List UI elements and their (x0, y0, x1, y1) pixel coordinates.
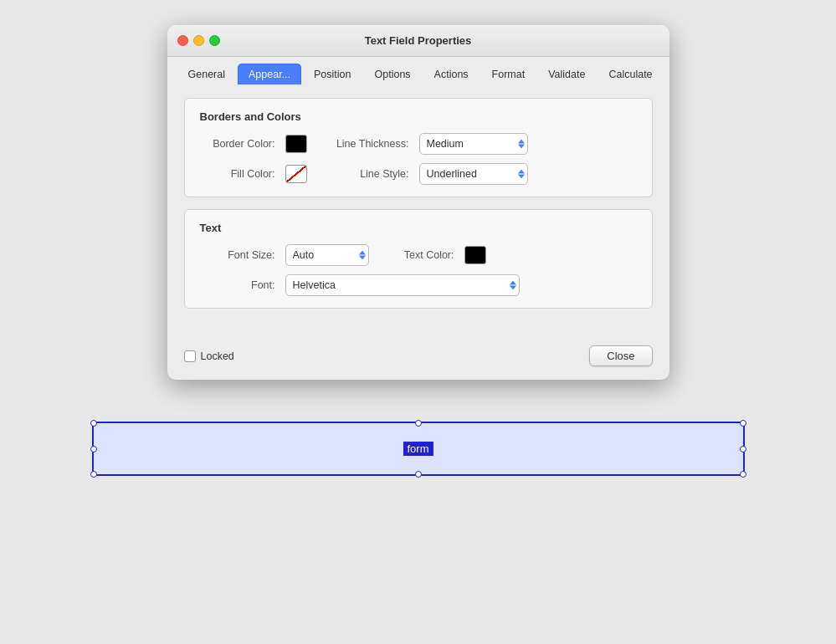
handle-top-center[interactable] (415, 420, 422, 427)
font-size-label: Font Size: (200, 249, 275, 261)
border-color-swatch[interactable] (285, 135, 307, 153)
font-size-wrapper: Auto 6 8 10 12 14 18 24 (285, 244, 369, 266)
form-text-field[interactable]: form (92, 422, 745, 476)
line-thickness-select[interactable]: Thin Medium Thick (419, 133, 528, 155)
handle-bottom-right[interactable] (740, 471, 746, 478)
tab-bar: General Appear... Position Options Actio… (167, 57, 669, 84)
title-bar: Text Field Properties (167, 25, 669, 57)
font-size-select[interactable]: Auto 6 8 10 12 14 18 24 (285, 244, 369, 266)
window-title: Text Field Properties (365, 34, 472, 47)
text-section-title: Text (200, 222, 637, 234)
tab-calculate[interactable]: Calculate (598, 64, 663, 84)
line-style-wrapper: Solid Dashed Underlined Beveled Inset (419, 163, 528, 185)
field-label: form (403, 442, 433, 456)
fill-color-row: Fill Color: Line Style: Solid Dashed Und… (200, 163, 637, 185)
line-thickness-label: Line Thickness: (317, 138, 409, 150)
locked-label[interactable]: Locked (184, 350, 234, 362)
tab-actions[interactable]: Actions (423, 64, 480, 84)
traffic-lights (177, 35, 220, 46)
line-style-select[interactable]: Solid Dashed Underlined Beveled Inset (419, 163, 528, 185)
font-select[interactable]: Helvetica Arial Times New Roman Courier (285, 274, 520, 296)
font-wrapper: Helvetica Arial Times New Roman Courier (285, 274, 520, 296)
handle-bottom-center[interactable] (415, 471, 422, 478)
tab-position[interactable]: Position (303, 64, 362, 84)
text-color-swatch[interactable] (464, 246, 486, 264)
maximize-window-button[interactable] (209, 35, 220, 46)
handle-mid-right[interactable] (740, 446, 746, 452)
border-color-label: Border Color: (200, 138, 275, 150)
font-size-row: Font Size: Auto 6 8 10 12 14 18 24 (200, 244, 637, 266)
text-color-label: Text Color: (379, 249, 454, 261)
font-label: Font: (200, 279, 275, 291)
handle-mid-left[interactable] (90, 446, 97, 452)
tab-appearance[interactable]: Appear... (238, 64, 301, 84)
close-button[interactable]: Close (589, 345, 652, 366)
handle-top-right[interactable] (740, 420, 746, 427)
tab-general[interactable]: General (177, 64, 236, 84)
text-section: Text Font Size: Auto 6 8 10 12 14 18 24 (184, 209, 653, 309)
handle-bottom-left[interactable] (90, 471, 97, 478)
close-window-button[interactable] (177, 35, 188, 46)
bottom-bar: Locked Close (167, 337, 669, 380)
minimize-window-button[interactable] (193, 35, 204, 46)
handle-top-left[interactable] (90, 420, 97, 427)
form-field-container: form (92, 422, 745, 476)
locked-checkbox[interactable] (184, 350, 196, 362)
borders-section: Borders and Colors Border Color: Line Th… (184, 98, 653, 197)
tab-content: Borders and Colors Border Color: Line Th… (167, 84, 669, 337)
font-row: Font: Helvetica Arial Times New Roman Co… (200, 274, 637, 296)
tab-options[interactable]: Options (364, 64, 422, 84)
borders-section-title: Borders and Colors (200, 110, 637, 123)
border-color-row: Border Color: Line Thickness: Thin Mediu… (200, 133, 637, 155)
fill-color-swatch[interactable] (285, 165, 307, 183)
line-style-label: Line Style: (317, 168, 409, 180)
dialog-window: Text Field Properties General Appear... … (167, 25, 669, 380)
tab-validate[interactable]: Validate (537, 64, 596, 84)
tab-format[interactable]: Format (481, 64, 536, 84)
locked-text: Locked (201, 350, 234, 362)
fill-color-label: Fill Color: (200, 168, 275, 180)
line-thickness-wrapper: Thin Medium Thick (419, 133, 528, 155)
